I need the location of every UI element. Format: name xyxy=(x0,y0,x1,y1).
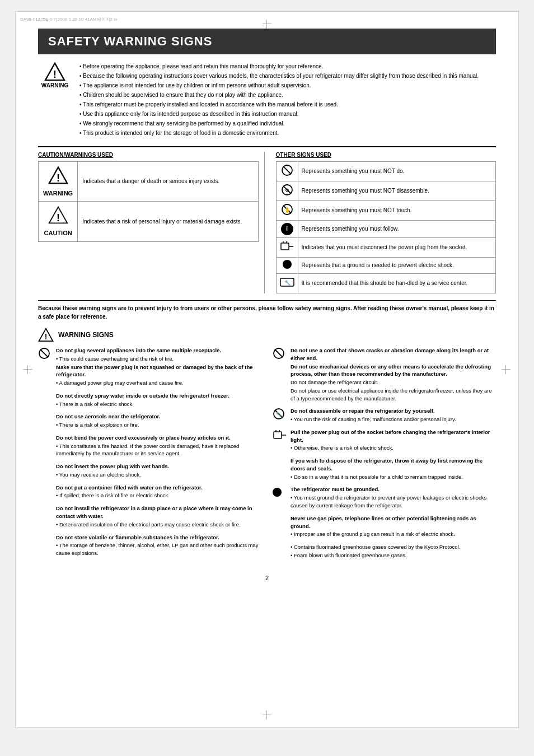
file-reference: DA99-01225E(0 7)2008 1.29 10 41AM페이지2 in xyxy=(20,16,117,22)
svg-rect-14 xyxy=(281,243,289,250)
pull-plug-icon xyxy=(273,428,287,442)
no-bend-spacer xyxy=(38,434,53,435)
svg-line-23 xyxy=(40,349,48,357)
no-water-spacer xyxy=(38,484,53,484)
safety-text-greenhouse: • Contains fluorinated greenhouse gases … xyxy=(291,543,460,560)
table-row: ✋ Represents something you must NOT touc… xyxy=(276,201,496,221)
page-title: SAFETY WARNING SIGNS xyxy=(38,29,496,54)
gas-pipes-spacer xyxy=(273,515,287,515)
warning-icon-cell: ! WARNING xyxy=(39,162,78,202)
intro-bullet-3: • The appliance is not intended for use … xyxy=(79,81,479,90)
warning-signs-triangle-icon: ! xyxy=(38,328,54,342)
safety-text-aerosols: Do not use aerosols near the refrigerato… xyxy=(56,413,160,430)
safety-item-dispose: If you wish to dispose of the refrigerat… xyxy=(273,457,496,481)
safety-left-column: Do not plug several appliances into the … xyxy=(38,347,261,564)
service-text: It is recommended that this should be ha… xyxy=(298,274,496,293)
safety-text-gas-pipes: Never use gas pipes, telephone lines or … xyxy=(291,515,496,539)
svg-text:!: ! xyxy=(57,212,60,223)
safety-item-damp-place: Do not install the refrigerator in a dam… xyxy=(38,505,261,529)
ground-text: Represents that a ground is needed to pr… xyxy=(298,258,496,274)
signs-section: CAUTION/WARNINGS USED ! WARNING Indicate… xyxy=(38,146,496,293)
table-row: Represents something you must NOT do. xyxy=(276,162,496,181)
intro-bullet-2: • Because the following operating instru… xyxy=(79,72,479,80)
dispose-spacer xyxy=(273,457,287,458)
page-number: 2 xyxy=(38,575,496,581)
safety-item-water-container: Do not put a container filled with water… xyxy=(38,484,261,501)
intro-bullet-4: • Children should be supervised to ensur… xyxy=(79,91,479,99)
follow-icon: i xyxy=(281,223,293,235)
caution-triangle-icon: ! xyxy=(48,205,68,225)
warning-signs-header: ! WARNING SIGNS xyxy=(38,328,496,342)
table-row: Represents that a ground is needed to pr… xyxy=(276,258,496,274)
no-spray-spacer xyxy=(38,392,53,393)
caution-warnings-section: CAUTION/WARNINGS USED ! WARNING Indicate… xyxy=(38,152,265,293)
plug-text: Indicates that you must disconnect the p… xyxy=(298,238,496,258)
safety-item-gas-pipes: Never use gas pipes, telephone lines or … xyxy=(273,515,496,539)
safety-item-wet-hands: Do not insert the power plug with wet ha… xyxy=(38,463,261,479)
intro-bullet-8: • This product is intended only for the … xyxy=(79,129,479,137)
intro-section: ! WARNING • Before operating the applian… xyxy=(38,62,496,138)
safety-text-bend-cord: Do not bend the power cord excessively o… xyxy=(56,434,261,458)
svg-text:!: ! xyxy=(45,332,48,341)
safety-item-pull-plug: Pull the power plug out of the socket be… xyxy=(273,428,496,452)
intro-bullet-5: • This refrigerator must be properly ins… xyxy=(79,100,479,109)
warning-notice-text: Because these warning signs are to preve… xyxy=(38,305,494,320)
safety-text-cracked-cord: Do not use a cord that shows cracks or a… xyxy=(291,347,496,403)
no-do-text: Represents something you must NOT do. xyxy=(298,162,496,181)
svg-text:🔧: 🔧 xyxy=(284,279,291,286)
follow-icon-cell: i xyxy=(276,221,298,238)
safety-item-volatile: Do not store volatile or flammable subst… xyxy=(38,534,261,558)
safety-text-pull-plug: Pull the power plug out of the socket be… xyxy=(291,428,496,452)
ground-icon-cell xyxy=(276,258,298,274)
table-row: i Represents something you must follow. xyxy=(276,221,496,238)
table-row: ! CAUTION Indicates that a risk of perso… xyxy=(39,202,259,241)
safety-text-disassemble: Do not disassemble or repair the refrige… xyxy=(291,407,456,424)
no-disassemble-icon2: 🔧 xyxy=(273,407,287,421)
svg-line-25 xyxy=(275,349,283,357)
safety-items-container: Do not plug several appliances into the … xyxy=(38,347,496,564)
safety-text-volatile: Do not store volatile or flammable subst… xyxy=(56,534,261,558)
intro-bullet-6: • Use this appliance only for its intend… xyxy=(79,110,479,118)
safety-item-spray-water: Do not directly spray water inside or ou… xyxy=(38,392,261,409)
table-row: ! WARNING Indicates that a danger of dea… xyxy=(39,162,259,202)
warning-triangle-large-icon: ! xyxy=(48,165,68,185)
safety-item-aerosols: Do not use aerosols near the refrigerato… xyxy=(38,413,261,430)
safety-item-disassemble: 🔧 Do not disassemble or repair the refri… xyxy=(273,407,496,424)
safety-text-wet-hands: Do not insert the power plug with wet ha… xyxy=(56,463,169,479)
no-aerosols-spacer xyxy=(38,413,53,413)
other-signs-heading: OTHER SIGNS USED xyxy=(276,152,496,158)
no-cracked-cord-icon xyxy=(273,347,287,361)
other-signs-table: Represents something you must NOT do. ⚙ … xyxy=(276,161,496,293)
safety-text-water-container: Do not put a container filled with water… xyxy=(56,484,203,501)
safety-text-ground: The refrigerator must be grounded. • You… xyxy=(291,486,496,510)
no-touch-icon-cell: ✋ xyxy=(276,201,298,221)
warning-label: WARNING xyxy=(41,82,68,88)
no-volatile-spacer xyxy=(38,534,53,534)
no-disassemble-icon-cell: ⚙ xyxy=(276,181,298,201)
warning-triangle-icon: ! xyxy=(44,62,65,81)
crosshair-bottom xyxy=(263,711,271,720)
plug-icon-cell xyxy=(276,238,298,258)
intro-bullet-7: • We strongly recommend that any servici… xyxy=(79,119,479,128)
table-row: Indicates that you must disconnect the p… xyxy=(276,238,496,258)
no-plug-icon xyxy=(38,347,53,361)
crosshair-left xyxy=(24,365,32,374)
safety-item-bend-cord: Do not bend the power cord excessively o… xyxy=(38,434,261,458)
warning-signs-title: WARNING SIGNS xyxy=(58,331,114,339)
warning-icon-block: ! WARNING xyxy=(38,62,72,138)
svg-text:🔧: 🔧 xyxy=(276,412,282,417)
safety-text-multiple-plugs: Do not plug several appliances into the … xyxy=(56,347,261,388)
no-do-icon xyxy=(281,164,293,176)
no-touch-icon: ✋ xyxy=(281,203,293,216)
safety-item-greenhouse: • Contains fluorinated greenhouse gases … xyxy=(273,543,496,560)
other-signs-section: OTHER SIGNS USED Represents something yo… xyxy=(270,152,496,293)
svg-text:⚙: ⚙ xyxy=(285,188,289,193)
caution-icon-cell: ! CAUTION xyxy=(39,202,78,241)
safety-text-damp-place: Do not install the refrigerator in a dam… xyxy=(56,505,261,529)
safety-right-column: Do not use a cord that shows cracks or a… xyxy=(273,347,496,564)
warning-notice: Because these warning signs are to preve… xyxy=(38,300,496,321)
no-disassemble-text: Represents something you must NOT disass… xyxy=(298,181,496,201)
svg-line-7 xyxy=(283,166,291,174)
safety-item-multiple-plugs: Do not plug several appliances into the … xyxy=(38,347,261,388)
ground-required-icon xyxy=(273,486,287,498)
